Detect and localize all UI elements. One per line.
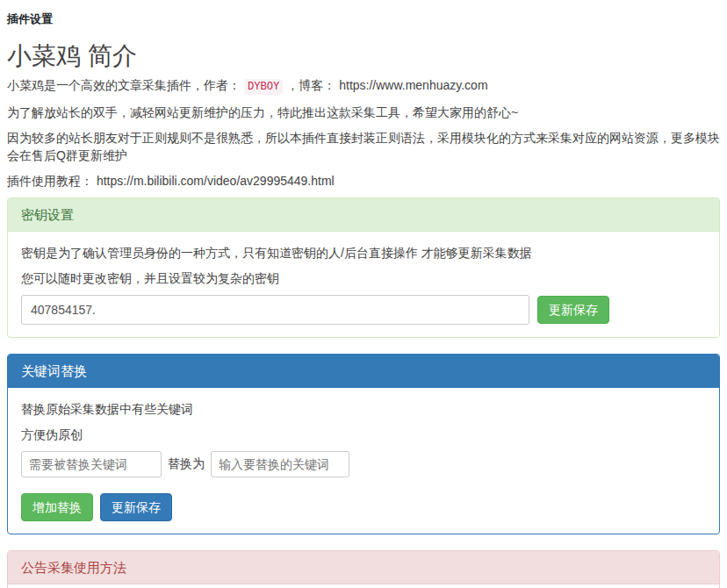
notice-usage-panel-heading: 公告采集使用方法 — [8, 551, 719, 584]
intro-paragraph-tutorial: 插件使用教程： https://m.bilibili.com/video/av2… — [7, 172, 720, 190]
intro-paragraph-modules: 因为较多的站长朋友对于正则规则不是很熟悉，所以本插件直接封装正则语法，采用模块化… — [7, 129, 720, 164]
keyword-description-2: 方便伪原创 — [21, 426, 706, 443]
key-settings-panel: 密钥设置 密钥是为了确认管理员身份的一种方式，只有知道密钥的人/后台直接操作 才… — [7, 197, 720, 338]
keyword-replace-panel-body: 替换原始采集数据中有些关键词 方便伪原创 替换为 增加替换 更新保存 — [8, 388, 719, 534]
add-replace-button[interactable]: 增加替换 — [21, 493, 93, 521]
intro-paragraph-purpose: 为了解放站长的双手，减轻网站更新维护的压力，特此推出这款采集工具，希望大家用的舒… — [7, 104, 720, 121]
keyword-save-button[interactable]: 更新保存 — [100, 493, 172, 521]
main-heading: 小菜鸡 简介 — [7, 43, 720, 68]
keyword-from-input[interactable] — [21, 451, 162, 477]
intro-author-text-before: 小菜鸡是一个高效的文章采集插件，作者： — [7, 78, 244, 92]
key-input[interactable] — [21, 295, 529, 325]
keyword-buttons-row: 增加替换 更新保存 — [21, 493, 706, 521]
replace-with-label: 替换为 — [168, 456, 205, 472]
key-settings-panel-body: 密钥是为了确认管理员身份的一种方式，只有知道密钥的人/后台直接操作 才能够更新采… — [8, 232, 719, 337]
intro-paragraph-author: 小菜鸡是一个高效的文章采集插件，作者： DYBOY ，博客： https://w… — [7, 76, 720, 96]
notice-usage-panel-body — [8, 584, 719, 588]
key-save-button[interactable]: 更新保存 — [537, 296, 609, 324]
plugin-settings-page: 插件设置 小菜鸡 简介 小菜鸡是一个高效的文章采集插件，作者： DYBOY ，博… — [0, 0, 727, 588]
tutorial-url: https://m.bilibili.com/video/av29995449.… — [97, 174, 335, 188]
keyword-replace-panel: 关键词替换 替换原始采集数据中有些关键词 方便伪原创 替换为 增加替换 更新保存 — [7, 354, 720, 534]
tutorial-label: 插件使用教程： — [7, 174, 97, 188]
keyword-description-1: 替换原始采集数据中有些关键词 — [21, 400, 706, 418]
intro-author-text-after: ，博客： — [283, 78, 339, 92]
key-input-row: 更新保存 — [21, 295, 706, 325]
key-settings-panel-heading: 密钥设置 — [8, 198, 719, 232]
key-description-1: 密钥是为了确认管理员身份的一种方式，只有知道密钥的人/后台直接操作 才能够更新采… — [21, 244, 706, 262]
keyword-to-input[interactable] — [211, 451, 349, 477]
blog-url: https://www.menhuazy.com — [339, 78, 487, 92]
key-description-2: 您可以随时更改密钥，并且设置较为复杂的密钥 — [21, 269, 706, 287]
author-code: DYBOY — [244, 79, 284, 95]
page-title: 插件设置 — [7, 11, 720, 27]
keyword-replace-row: 替换为 — [21, 451, 706, 477]
notice-usage-panel: 公告采集使用方法 — [7, 550, 720, 588]
keyword-replace-panel-heading: 关键词替换 — [8, 355, 719, 388]
